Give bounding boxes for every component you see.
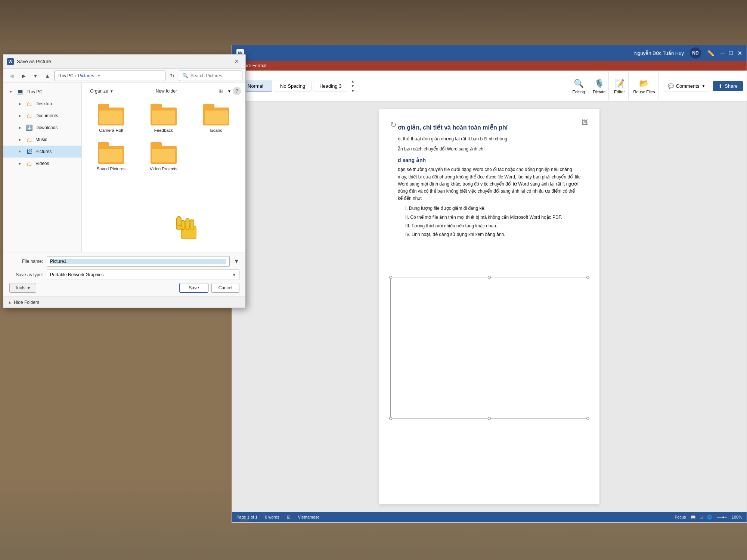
nav-recent-button[interactable]: ▼ (30, 71, 41, 81)
pc-icon: 💻 (17, 88, 24, 95)
view-mode-button[interactable]: ⊞ (216, 86, 226, 96)
expand-pictures-icon: ▼ (17, 149, 23, 155)
save-as-type-value: Portable Network Graphics (50, 272, 103, 277)
tools-button[interactable]: Tools ▼ (9, 283, 36, 293)
sidebar-documents-label: Documents (35, 113, 58, 118)
save-as-type-dropdown[interactable]: Portable Network Graphics ▼ (47, 270, 239, 280)
new-folder-button[interactable]: New folder (152, 87, 181, 95)
dialog-overlay: W Save As Picture ✕ ◀ ▶ ▼ ▲ This PC › Pi… (0, 0, 747, 560)
dialog-titlebar: W Save As Picture ✕ (3, 55, 245, 69)
file-name-label: File name: (9, 259, 43, 264)
save-as-type-label: Save as type: (9, 272, 43, 277)
dialog-close-button[interactable]: ✕ (231, 56, 242, 67)
save-button[interactable]: Save (179, 283, 208, 293)
sidebar-item-pictures[interactable]: ▼ 🖼 Pictures (3, 146, 81, 158)
sidebar-music-label: Music (35, 137, 47, 142)
save-type-dropdown-icon: ▼ (232, 273, 236, 277)
cancel-label: Cancel (218, 285, 232, 290)
sidebar-item-thispc[interactable]: ▼ 💻 This PC (3, 86, 81, 98)
sidebar-downloads-label: Downloads (35, 125, 58, 130)
view-dropdown-icon[interactable]: ▼ (227, 89, 231, 93)
sidebar-item-desktop[interactable]: ▶ 🗂 Desktop (3, 98, 81, 110)
save-label: Save (189, 285, 199, 290)
breadcrumb-bar: This PC › Pictures ▼ (54, 71, 165, 81)
hide-folders-bar[interactable]: ▲ Hide Folders (3, 296, 245, 308)
breadcrumb-dropdown-icon[interactable]: ▼ (97, 74, 101, 78)
new-folder-label: New folder (156, 88, 177, 94)
folder-icon-camera-roll (98, 104, 124, 125)
folder-icon-feedback (151, 104, 177, 125)
hide-folders-label: Hide Folders (14, 300, 39, 305)
save-as-dialog: W Save As Picture ✕ ◀ ▶ ▼ ▲ This PC › Pi… (3, 54, 246, 308)
expand-documents-icon: ▶ (17, 113, 23, 119)
nav-up-button[interactable]: ▲ (42, 71, 53, 81)
dialog-sidebar: ▼ 💻 This PC ▶ 🗂 Desktop ▶ 🗂 Documents (3, 83, 82, 252)
this-pc-section: ▼ 💻 This PC ▶ 🗂 Desktop ▶ 🗂 Documents (3, 86, 81, 169)
dialog-content: ▼ 💻 This PC ▶ 🗂 Desktop ▶ 🗂 Documents (3, 83, 245, 252)
tools-dropdown-icon: ▼ (27, 286, 31, 290)
dialog-titlebar-left: W Save As Picture (7, 58, 51, 65)
sidebar-pictures-label: Pictures (35, 149, 52, 154)
search-input[interactable] (190, 73, 239, 78)
file-label-lucario: lucario (210, 128, 223, 133)
dialog-title: Save As Picture (17, 59, 51, 64)
nav-forward-button[interactable]: ▶ (18, 71, 29, 81)
downloads-folder-icon: ⬇️ (26, 124, 32, 131)
dialog-main-topbar: Organize ▼ New folder ⊞ ▼ ? (85, 86, 242, 96)
help-button[interactable]: ? (233, 87, 241, 95)
organize-button[interactable]: Organize ▼ (86, 87, 117, 95)
cancel-button[interactable]: Cancel (211, 283, 239, 293)
documents-folder-icon: 🗂 (26, 112, 32, 119)
file-label-saved-pictures: Saved Pictures (97, 166, 125, 172)
refresh-button[interactable]: ↻ (167, 71, 177, 81)
sidebar-item-downloads[interactable]: ▶ ⬇️ Downloads (3, 122, 81, 134)
videos-folder-icon: 🗂 (26, 160, 32, 167)
nav-back-button[interactable]: ◀ (6, 71, 17, 81)
expand-videos-icon: ▶ (17, 161, 23, 167)
folder-icon-saved-pictures (98, 142, 124, 164)
file-item-saved-pictures[interactable]: Saved Pictures (86, 139, 136, 175)
file-item-camera-roll[interactable]: Camera Roll (86, 101, 136, 136)
sidebar-videos-label: Videos (35, 161, 49, 166)
desktop-folder-icon: 🗂 (26, 100, 32, 107)
file-item-video-projects[interactable]: Video Projects (139, 139, 189, 175)
dialog-toolbar: ◀ ▶ ▼ ▲ This PC › Pictures ▼ ↻ 🔍 (3, 69, 245, 83)
dialog-main: Organize ▼ New folder ⊞ ▼ ? (82, 83, 245, 252)
breadcrumb-thispc[interactable]: This PC (58, 73, 74, 78)
save-type-row: Save as type: Portable Network Graphics … (9, 270, 239, 280)
dialog-bottom: File name: ▼ Save as type: Portable Netw… (3, 252, 245, 296)
chevron-up-icon: ▲ (8, 300, 12, 304)
view-controls: ⊞ ▼ ? (216, 86, 241, 96)
file-name-input-container[interactable] (47, 256, 230, 267)
sidebar-item-videos[interactable]: ▶ 🗂 Videos (3, 158, 81, 169)
folder-icon-lucario (203, 104, 229, 125)
expand-thispc-icon: ▼ (8, 89, 14, 95)
dialog-action-row: Tools ▼ Save Cancel (9, 283, 239, 293)
file-item-feedback[interactable]: Feedback (139, 101, 189, 136)
search-bar[interactable]: 🔍 (179, 71, 242, 81)
file-grid: Camera Roll Feedback (85, 99, 242, 176)
breadcrumb-pictures[interactable]: Pictures (78, 73, 94, 78)
dialog-logo-icon: W (7, 58, 14, 65)
file-name-row: File name: ▼ (9, 256, 239, 267)
breadcrumb-sep: › (75, 73, 77, 78)
sidebar-item-music[interactable]: ▶ 🗂 Music (3, 134, 81, 146)
expand-music-icon: ▶ (17, 137, 23, 143)
sidebar-desktop-label: Desktop (35, 101, 52, 106)
file-label-feedback: Feedback (154, 128, 173, 133)
search-icon: 🔍 (182, 73, 188, 78)
sidebar-thispc-label: This PC (27, 89, 43, 94)
pictures-folder-icon: 🖼 (26, 148, 32, 155)
tools-label: Tools (15, 285, 25, 290)
file-label-camera-roll: Camera Roll (99, 128, 123, 133)
expand-desktop-icon: ▶ (17, 101, 23, 107)
sidebar-item-documents[interactable]: ▶ 🗂 Documents (3, 110, 81, 122)
folder-icon-video-projects (151, 142, 177, 164)
file-name-dropdown-icon[interactable]: ▼ (233, 258, 239, 265)
file-item-lucario[interactable]: lucario (191, 101, 241, 136)
music-folder-icon: 🗂 (26, 136, 32, 143)
file-label-video-projects: Video Projects (150, 166, 177, 172)
file-name-input[interactable] (50, 259, 226, 264)
organize-dropdown-icon: ▼ (110, 89, 114, 93)
organize-label: Organize (90, 88, 108, 94)
